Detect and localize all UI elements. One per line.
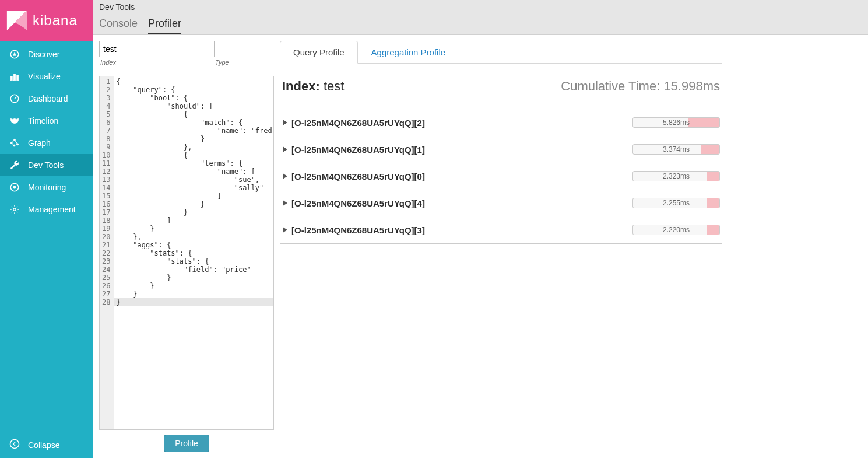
index-input[interactable] [99,41,209,57]
query-panel: Index Type 1 2 3 4 5 6 7 8 9 10 11 12 13… [99,41,274,452]
sidebar-item-timelion[interactable]: Timelion [0,110,93,132]
nav-label: Dev Tools [28,160,64,170]
shard-row[interactable]: [O-l25nM4QN6Z68UA5rUYqQ][4]2.255ms [282,190,720,216]
shard-row[interactable]: [O-l25nM4QN6Z68UA5rUYqQ][3]2.220ms [282,216,720,243]
profile-tab-aggregation-profile[interactable]: Aggregation Profile [358,41,459,64]
timing-bar: 2.220ms [632,225,720,235]
result-index-label: Index: test [282,79,344,94]
chevron-right-icon [282,146,288,152]
chevron-right-icon [282,200,288,206]
gear-icon [9,204,20,215]
shard-row[interactable]: [O-l25nM4QN6Z68UA5rUYqQ][1]3.374ms [282,136,720,163]
mask-icon [9,116,20,126]
kibana-logo-icon [6,9,28,32]
svg-rect-3 [10,76,12,81]
svg-point-13 [13,208,16,211]
collapse-icon [9,439,20,451]
shard-name: [O-l25nM4QN6Z68UA5rUYqQ][2] [291,118,425,128]
svg-marker-15 [283,120,287,125]
timing-value: 5.826ms [633,118,719,127]
svg-marker-16 [283,146,287,152]
nav-label: Management [28,205,76,214]
bar-chart-icon [9,71,20,82]
nav-label: Monitoring [28,183,66,192]
sidebar-item-dev-tools[interactable]: Dev Tools [0,154,93,176]
svg-marker-2 [13,52,16,55]
nav-label: Timelion [28,116,58,125]
graph-icon [9,138,20,148]
svg-rect-4 [14,74,16,81]
timing-bar: 2.255ms [632,198,720,208]
nav-label: Visualize [28,72,61,81]
wrench-icon [9,160,20,170]
svg-point-14 [10,440,19,449]
compass-icon [9,49,20,60]
svg-point-12 [13,186,16,189]
shard-row[interactable]: [O-l25nM4QN6Z68UA5rUYqQ][0]2.323ms [282,163,720,190]
nav-label: Discover [28,50,59,59]
svg-marker-18 [283,200,287,206]
query-editor[interactable]: 1 2 3 4 5 6 7 8 9 10 11 12 13 14 15 16 1… [99,76,274,430]
sidebar-item-management[interactable]: Management [0,198,93,221]
shard-name: [O-l25nM4QN6Z68UA5rUYqQ][1] [291,145,425,155]
breadcrumb: Dev Tools [99,0,862,13]
sidebar: kibana DiscoverVisualizeDashboardTimelio… [0,0,93,458]
sidebar-item-dashboard[interactable]: Dashboard [0,88,93,110]
cumulative-time: Cumulative Time: 15.998ms [561,79,720,94]
shard-name: [O-l25nM4QN6Z68UA5rUYqQ][4] [291,198,425,208]
timing-bar: 5.826ms [632,117,720,128]
sidebar-item-graph[interactable]: Graph [0,132,93,154]
collapse-label: Collapse [28,440,59,450]
profile-button[interactable]: Profile [164,435,209,452]
breadcrumb-bar: Dev Tools ConsoleProfiler [93,0,868,35]
collapse-button[interactable]: Collapse [0,432,93,458]
tool-tab-profiler[interactable]: Profiler [148,13,181,34]
logo-bar[interactable]: kibana [0,0,93,41]
chevron-right-icon [282,120,288,125]
timing-value: 2.255ms [633,198,719,208]
sidebar-item-monitoring[interactable]: Monitoring [0,176,93,198]
svg-rect-5 [17,75,19,81]
shard-name: [O-l25nM4QN6Z68UA5rUYqQ][3] [291,225,425,235]
timing-bar: 2.323ms [632,171,720,181]
sidebar-item-discover[interactable]: Discover [0,43,93,65]
profile-tab-query-profile[interactable]: Query Profile [280,41,358,64]
shard-row[interactable]: [O-l25nM4QN6Z68UA5rUYqQ][2]5.826ms [282,109,720,136]
index-input-label: Index [99,57,209,68]
chevron-right-icon [282,173,288,179]
timing-value: 2.220ms [633,225,719,235]
results-panel: Query ProfileAggregation Profile Index: … [280,41,862,452]
tool-tab-console[interactable]: Console [99,13,138,34]
nav-label: Graph [28,138,51,148]
timing-bar: 3.374ms [632,144,720,155]
sidebar-item-visualize[interactable]: Visualize [0,65,93,88]
chevron-right-icon [282,227,288,233]
nav-label: Dashboard [28,94,68,103]
timing-value: 3.374ms [633,145,719,154]
svg-marker-17 [283,173,287,179]
brand-text: kibana [33,12,78,29]
shard-name: [O-l25nM4QN6Z68UA5rUYqQ][0] [291,172,425,181]
timing-value: 2.323ms [633,172,719,181]
gauge-icon [9,93,20,104]
svg-marker-19 [283,227,287,233]
eye-icon [9,182,20,193]
